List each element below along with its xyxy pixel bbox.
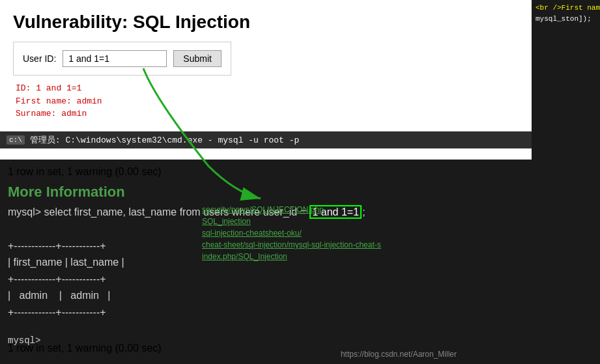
links-section: security/news/SQLINJECTION.php SQL_injec… <box>202 204 532 262</box>
watermark: https://blog.csdn.net/Aaron_Miller <box>341 350 457 359</box>
right-panel: <br />First name: {$fir mysql_ston]); <box>532 0 600 364</box>
row-warning-top: 1 row in set, 1 warning (0.00 sec) <box>8 163 524 180</box>
terminal-bar: c:\ 管理员: C:\windows\system32\cmd.exe - m… <box>0 132 532 148</box>
link-2[interactable]: SQL_injection <box>202 216 532 227</box>
right-code-line-2: mysql_ston]); <box>536 14 596 25</box>
result-area: ID: 1 and 1=1 First name: admin Surname:… <box>16 82 519 120</box>
mysql-prompt-bottom: mysql> <box>8 335 40 346</box>
table-divider-bot: +------------+-----------+ <box>8 307 106 318</box>
result-line-3: Surname: admin <box>16 107 519 120</box>
link-3[interactable]: sql-injection-cheatsheet-oku/ <box>202 227 532 239</box>
user-id-input[interactable] <box>63 50 167 67</box>
result-line-1: ID: 1 and 1=1 <box>16 82 519 95</box>
result-line-2: First name: admin <box>16 95 519 108</box>
terminal-bar-text: 管理员: C:\windows\system32\cmd.exe - mysql… <box>30 134 299 146</box>
terminal-bar-icon: c:\ <box>7 135 25 145</box>
right-code-line-3 <box>536 24 596 35</box>
table-divider-top: +------------+-----------+ <box>8 240 106 251</box>
link-5[interactable]: index.php/SQL_Injection <box>202 251 532 262</box>
user-id-label: User ID: <box>23 53 56 64</box>
table-row: | admin | admin | <box>8 290 110 301</box>
right-code-line-4 <box>536 35 596 46</box>
terminal-section: 1 row in set, 1 warning (0.00 sec) More … <box>0 160 532 364</box>
more-info-heading: More Information <box>8 180 524 203</box>
table-divider-mid: +------------+-----------+ <box>8 273 106 285</box>
page-title: Vulnerability: SQL Injection <box>13 12 519 33</box>
link-1[interactable]: security/news/SQLINJECTION.php <box>202 204 532 216</box>
right-code-line-1: <br />First name: {$fir <box>536 3 596 14</box>
link-4[interactable]: cheat-sheet/sql-injection/mysql-sql-inje… <box>202 239 532 251</box>
table-header: | first_name | last_name | <box>8 257 124 268</box>
submit-button[interactable]: Submit <box>173 50 221 67</box>
